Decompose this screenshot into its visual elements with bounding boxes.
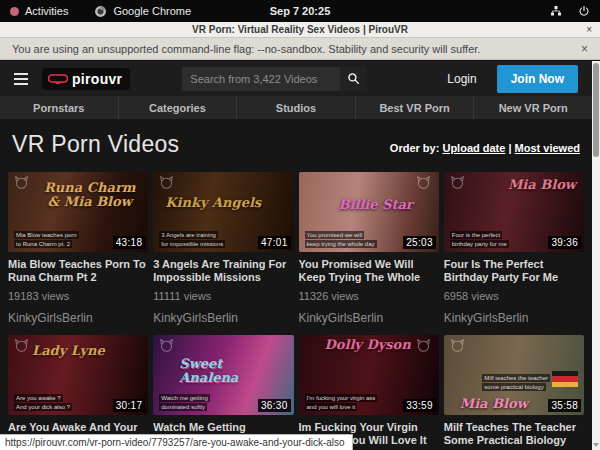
view-count: 19183 views — [8, 290, 148, 302]
warning-close-icon[interactable]: × — [581, 42, 588, 56]
video-thumbnail[interactable]: Runa Charm & Mia Blow Mia Blow teaches p… — [8, 172, 148, 252]
system-top-bar: Activities Google Chrome Sep 7 20:25 — [0, 0, 600, 22]
thumbnail-caption: Are you awake ?And your dick also ? — [14, 393, 72, 411]
german-flag-icon — [552, 371, 578, 387]
thumbnail-overlay-name: Runa Charm & Mia Blow — [39, 181, 140, 209]
video-thumbnail[interactable]: Sweet Analena Watch me gettingdominated … — [153, 335, 293, 415]
hamburger-menu-icon[interactable] — [14, 73, 28, 85]
duration-badge: 43:18 — [113, 236, 146, 249]
order-most-viewed-link[interactable]: Most viewed — [515, 142, 580, 154]
thumbnail-caption: You promised we willkeep trying the whol… — [305, 230, 377, 248]
order-separator: | — [508, 142, 511, 154]
video-card[interactable]: Mia Blow Four is the perfectbirthday par… — [444, 172, 584, 325]
power-icon[interactable] — [578, 5, 590, 17]
view-count: 11111 views — [153, 290, 293, 302]
studio-watermark-icon — [416, 339, 431, 352]
menu-item-new[interactable]: New VR Porn — [473, 96, 592, 119]
studio-link[interactable]: KinkyGirlsBerlin — [8, 311, 148, 325]
duration-badge: 25:03 — [403, 236, 436, 249]
video-title[interactable]: Four Is The Perfect Birthday Party For M… — [444, 258, 584, 284]
video-card[interactable]: Billie Star You promised we willkeep try… — [299, 172, 439, 325]
studio-watermark-icon — [450, 176, 465, 189]
thumbnail-caption: Watch me gettingdominated softly — [159, 393, 209, 411]
thumbnail-caption: Mia Blow teaches pornto Runa Charm pt. 2 — [14, 230, 79, 248]
studio-watermark-icon — [450, 339, 465, 352]
duration-badge: 33:59 — [403, 399, 436, 412]
video-card[interactable]: Mia Blow Milf teaches the teachersome pr… — [444, 335, 584, 450]
duration-badge: 35:58 — [548, 399, 581, 412]
search-input[interactable] — [182, 67, 340, 91]
studio-watermark-icon — [416, 176, 431, 189]
window-title: VR Porn: Virtual Reality Sex Videos | Pi… — [192, 24, 408, 35]
video-thumbnail[interactable]: Billie Star You promised we willkeep try… — [299, 172, 439, 252]
menu-item-pornstars[interactable]: Pornstars — [0, 96, 118, 119]
thumbnail-overlay-name: Sweet Analena — [179, 357, 280, 385]
search-icon — [347, 72, 360, 85]
order-upload-date-link[interactable]: Upload date — [442, 142, 505, 154]
menu-item-studios[interactable]: Studios — [236, 96, 355, 119]
order-by-control: Order by: Upload date | Most viewed — [390, 142, 580, 158]
studio-watermark-icon — [159, 339, 174, 352]
activities-indicator-icon — [10, 7, 19, 16]
thumbnail-caption: 3 Angels are trainingfor impossible miss… — [159, 230, 225, 248]
video-card[interactable]: Lady Lyne Are you awake ?And your dick a… — [8, 335, 148, 450]
duration-badge: 39:36 — [548, 236, 581, 249]
thumbnail-overlay-name: Lady Lyne — [32, 344, 105, 358]
studio-link[interactable]: KinkyGirlsBerlin — [153, 311, 293, 325]
video-title[interactable]: Mia Blow Teaches Porn To Runa Charm Pt 2 — [8, 258, 148, 284]
browser-scrollbar[interactable] — [592, 61, 600, 450]
thumbnail-caption: Milf teaches the teachersome practical b… — [482, 373, 550, 391]
studio-watermark-icon — [14, 176, 29, 189]
activities-label: Activities — [25, 5, 68, 17]
video-thumbnail[interactable]: Mia Blow Milf teaches the teachersome pr… — [444, 335, 584, 415]
site-header: pirouvr Login Join Now — [0, 61, 592, 96]
thumbnail-overlay-name: Kinky Angels — [165, 196, 261, 210]
site-logo-text: pirouvr — [72, 71, 122, 87]
search-button[interactable] — [340, 67, 366, 91]
video-card[interactable]: Kinky Angels 3 Angels are trainingfor im… — [153, 172, 293, 325]
network-icon[interactable] — [550, 5, 562, 17]
video-card[interactable]: Sweet Analena Watch me gettingdominated … — [153, 335, 293, 450]
studio-link[interactable]: KinkyGirlsBerlin — [299, 311, 439, 325]
order-by-label: Order by: — [390, 142, 440, 154]
join-now-button[interactable]: Join Now — [497, 65, 578, 93]
thumbnail-overlay-name: Mia Blow — [460, 397, 528, 411]
video-card[interactable]: Dolly Dyson I'm fucking your virgin assa… — [299, 335, 439, 450]
video-grid: Runa Charm & Mia Blow Mia Blow teaches p… — [8, 172, 584, 450]
app-menu-label: Google Chrome — [113, 5, 191, 17]
menu-item-categories[interactable]: Categories — [118, 96, 237, 119]
thumbnail-caption: Four is the perfectbirthday party for me — [450, 230, 509, 248]
system-clock[interactable]: Sep 7 20:25 — [0, 5, 600, 17]
tab-close-icon[interactable]: × — [586, 24, 592, 35]
thumbnail-overlay-name: Mia Blow — [508, 178, 576, 192]
video-thumbnail[interactable]: Dolly Dyson I'm fucking your virgin assa… — [299, 335, 439, 415]
activities-button[interactable]: Activities — [10, 5, 68, 17]
video-thumbnail[interactable]: Kinky Angels 3 Angels are trainingfor im… — [153, 172, 293, 252]
login-link[interactable]: Login — [437, 72, 486, 86]
status-url-bar: https://pirouvr.com/vr-porn-video/779325… — [0, 434, 353, 450]
vr-goggles-icon — [48, 73, 68, 85]
video-title[interactable]: You Promised We Will Keep Trying The Who… — [299, 258, 439, 284]
site-logo[interactable]: pirouvr — [42, 68, 130, 90]
warning-text: You are using an unsupported command-lin… — [12, 43, 480, 55]
scrollbar-thumb[interactable] — [593, 63, 599, 157]
page-viewport: pirouvr Login Join Now Pornstars Categor… — [0, 61, 592, 450]
thumbnail-caption: I'm fucking your virgin assand you will … — [305, 393, 378, 411]
chrome-icon — [94, 5, 107, 18]
view-count: 11326 views — [299, 290, 439, 302]
thumbnail-overlay-name: Billie Star — [339, 198, 413, 212]
video-card[interactable]: Runa Charm & Mia Blow Mia Blow teaches p… — [8, 172, 148, 325]
video-thumbnail[interactable]: Lady Lyne Are you awake ?And your dick a… — [8, 335, 148, 415]
studio-watermark-icon — [159, 176, 174, 189]
sandbox-warning-bar: You are using an unsupported command-lin… — [0, 38, 600, 60]
main-menu: Pornstars Categories Studios Best VR Por… — [0, 96, 592, 119]
video-thumbnail[interactable]: Mia Blow Four is the perfectbirthday par… — [444, 172, 584, 252]
page-title: VR Porn Videos — [12, 131, 179, 158]
studio-link[interactable]: KinkyGirlsBerlin — [444, 311, 584, 325]
video-title[interactable]: 3 Angels Are Training For Impossible Mis… — [153, 258, 293, 284]
menu-item-best[interactable]: Best VR Porn — [355, 96, 474, 119]
app-menu-button[interactable]: Google Chrome — [94, 5, 191, 18]
video-title[interactable]: Milf Teaches The Teacher Some Practical … — [444, 421, 584, 447]
duration-badge: 36:30 — [258, 399, 291, 412]
scrollbar-down-arrow-icon[interactable] — [593, 443, 599, 447]
